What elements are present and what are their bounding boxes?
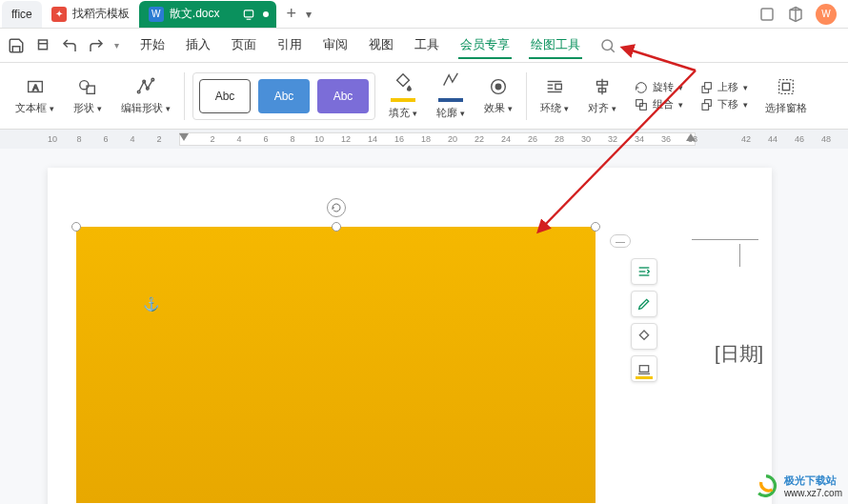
tab-active-doc[interactable]: W 散文.docx [139, 1, 277, 28]
cube-icon[interactable] [787, 6, 804, 23]
window-icon[interactable] [758, 6, 776, 23]
menu-page[interactable]: 页面 [230, 32, 258, 59]
ruler-tick: 2 [154, 134, 164, 144]
word-doc-icon: W [149, 7, 164, 22]
svg-rect-25 [640, 103, 647, 110]
shapes-button[interactable]: 形状▾ [68, 76, 108, 115]
selection-pane-button[interactable]: 选择窗格 [759, 76, 813, 115]
move-down-button[interactable]: 下移▾ [698, 97, 748, 112]
ruler-tick: 18 [421, 134, 431, 144]
ruler-tick: 6 [261, 134, 271, 144]
ruler-tick: 4 [128, 134, 137, 144]
menu-insert[interactable]: 插入 [184, 32, 212, 59]
effect-button[interactable]: 效果▾ [478, 76, 518, 115]
search-icon[interactable] [599, 37, 616, 54]
style-preset-2[interactable]: Abc [258, 79, 310, 113]
svg-rect-29 [702, 103, 709, 110]
rotate-button[interactable]: 旋转▾ [634, 80, 683, 95]
add-tab-button[interactable]: + [286, 4, 296, 24]
device-icon [242, 8, 255, 21]
ruler-tick: 24 [501, 134, 511, 144]
menu-start[interactable]: 开始 [138, 32, 167, 59]
tab-office-label: ffice [11, 8, 32, 21]
svg-marker-33 [686, 133, 696, 141]
ruler-tick [715, 134, 724, 144]
save-icon[interactable] [8, 37, 25, 54]
selected-shape-rectangle[interactable] [76, 227, 596, 503]
ruler-tick: 2 [208, 134, 217, 144]
redo-icon[interactable] [88, 37, 105, 54]
undo-icon[interactable] [61, 37, 78, 54]
qat-dropdown[interactable]: ▾ [114, 40, 119, 50]
menu-drawing-tools[interactable]: 绘图工具 [529, 32, 582, 59]
float-layout-button[interactable] [631, 258, 657, 285]
watermark-name: 极光下载站 [784, 474, 842, 488]
textbox-button[interactable]: A 文本框▾ [10, 76, 60, 115]
status-dot-icon [263, 11, 269, 17]
ruler-tick: 12 [341, 134, 351, 144]
ruler-tick: 28 [555, 134, 564, 144]
style-preset-3[interactable]: Abc [317, 79, 369, 113]
svg-rect-3 [39, 43, 48, 49]
menu-vip[interactable]: 会员专享 [458, 32, 512, 59]
resize-handle-tr[interactable] [591, 222, 600, 232]
ruler-tick: 4 [234, 134, 244, 144]
resize-handle-tm[interactable] [332, 222, 341, 232]
horizontal-ruler[interactable]: 1086422468101214161820222426283032343638… [0, 130, 848, 149]
anchor-icon: ⚓ [143, 296, 159, 312]
ruler-tick: 8 [74, 134, 84, 144]
tab-menu-dropdown[interactable]: ▾ [306, 8, 312, 21]
ruler-tick: 36 [661, 134, 671, 144]
ruler-tick: 20 [448, 134, 457, 144]
ruler-tick: 34 [635, 134, 644, 144]
move-up-button[interactable]: 上移▾ [698, 80, 748, 95]
float-fill-button[interactable] [631, 323, 657, 350]
resize-handle-tl[interactable] [71, 222, 81, 232]
svg-rect-18 [555, 84, 561, 90]
collapse-button[interactable]: — [610, 234, 631, 248]
ribbon-divider [184, 72, 185, 120]
site-watermark: 极光下载站 www.xz7.com [754, 474, 842, 498]
svg-rect-2 [761, 9, 773, 20]
style-preset-1[interactable]: Abc [199, 79, 251, 113]
align-button[interactable]: 对齐▾ [582, 76, 622, 115]
svg-point-4 [602, 40, 613, 50]
ruler-tick: 44 [768, 134, 777, 144]
shape-styles-gallery[interactable]: Abc Abc Abc [192, 72, 375, 120]
date-placeholder-text[interactable]: [日期] [715, 341, 763, 367]
tab-template-label: 找稻壳模板 [72, 6, 130, 22]
svg-rect-24 [636, 99, 643, 106]
menu-tool[interactable]: 工具 [413, 32, 441, 59]
ruler-tick: 32 [608, 134, 617, 144]
svg-rect-0 [245, 10, 253, 16]
wrap-button[interactable]: 环绕▾ [535, 76, 575, 115]
svg-marker-32 [179, 133, 189, 141]
menu-review[interactable]: 审阅 [321, 32, 350, 59]
tab-office[interactable]: ffice [2, 1, 42, 28]
right-indent-marker[interactable] [686, 133, 696, 143]
ruler-tick: 6 [101, 134, 111, 144]
print-icon[interactable] [34, 37, 51, 54]
edit-shape-button[interactable]: 编辑形状▾ [115, 76, 176, 115]
svg-line-5 [611, 49, 615, 52]
fill-color-swatch [391, 98, 415, 102]
svg-text:A: A [32, 83, 39, 92]
ruler-tick: 42 [741, 134, 751, 144]
date-guide-lines [692, 239, 768, 267]
template-icon: ✦ [51, 7, 67, 22]
ruler-tick: 46 [795, 134, 804, 144]
group-button[interactable]: 组合▾ [634, 97, 683, 112]
watermark-logo-icon [754, 474, 778, 498]
left-indent-marker[interactable] [179, 133, 189, 143]
menu-view[interactable]: 视图 [367, 32, 395, 59]
menu-reference[interactable]: 引用 [275, 32, 304, 59]
user-avatar[interactable]: W [816, 4, 837, 25]
tab-template[interactable]: ✦ 找稻壳模板 [42, 1, 139, 28]
rotate-handle[interactable] [327, 198, 346, 217]
watermark-url: www.xz7.com [784, 488, 842, 498]
svg-rect-37 [639, 366, 648, 373]
fill-button[interactable]: 填充▾ [383, 71, 423, 120]
document-page[interactable]: ⚓ — [日期] [48, 168, 772, 504]
outline-button[interactable]: 轮廓▾ [431, 71, 471, 120]
float-edit-button[interactable] [631, 291, 657, 317]
